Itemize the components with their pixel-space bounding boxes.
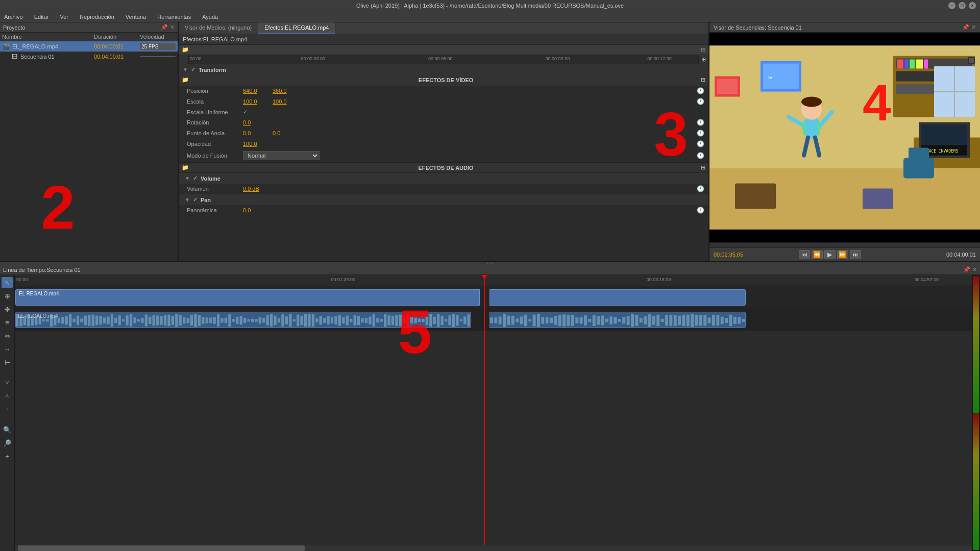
viewer-close-icon[interactable]: ✕ xyxy=(971,24,976,31)
menu-archivo[interactable]: Archivo xyxy=(2,13,25,21)
val-rotacion[interactable]: 0.0 xyxy=(243,119,268,126)
clock-panoramica[interactable]: 🕐 xyxy=(697,207,704,214)
effects-video-expand-icon[interactable]: ⊞ xyxy=(701,77,705,83)
label-punto-ancla: Punto de Ancla xyxy=(187,130,243,136)
viewer-screen[interactable]: SPACE INVADERS xyxy=(709,33,980,242)
row-position: Posición 640.0 360.0 🕐 xyxy=(179,86,708,96)
clock-punto-ancla[interactable]: 🕐 xyxy=(697,130,704,137)
audio-clip-2[interactable] xyxy=(489,312,746,328)
val-position-y[interactable]: 360.0 xyxy=(273,88,298,94)
svg-rect-171 xyxy=(537,314,540,327)
check-escala-uniforme[interactable]: ✓ xyxy=(243,109,248,115)
val-position-x[interactable]: 640.0 xyxy=(243,88,268,94)
svg-rect-69 xyxy=(126,315,129,325)
pan-group-header[interactable]: ▼ ✓ Pan xyxy=(179,194,708,205)
tool-razor[interactable]: ≡ xyxy=(2,317,13,328)
project-item-name-0: EL_REGALO.mp4 xyxy=(12,43,94,49)
viewer-scrollbar[interactable] xyxy=(709,242,980,247)
scrollbar-thumb[interactable] xyxy=(18,545,305,551)
menu-reproduccion[interactable]: Reproducción xyxy=(78,13,116,21)
val-volumen[interactable]: 0.0 dB xyxy=(243,186,268,192)
svg-rect-148 xyxy=(426,316,428,325)
step-back-button[interactable]: ⏪ xyxy=(812,250,823,259)
tool-select[interactable]: ↖ xyxy=(2,277,13,288)
svg-rect-205 xyxy=(682,315,685,326)
volume-group-header[interactable]: ▼ ✓ Volume xyxy=(179,173,708,184)
menu-ventana[interactable]: Ventana xyxy=(124,13,148,21)
svg-rect-141 xyxy=(399,315,402,327)
timeline-scrollbar[interactable] xyxy=(15,545,972,551)
video-clip-2[interactable] xyxy=(489,289,746,306)
project-close-icon[interactable]: ✕ xyxy=(170,24,175,31)
maximize-button[interactable]: □ xyxy=(959,2,966,9)
tool-gap[interactable]: ↔ xyxy=(2,343,13,355)
clock-opacidad[interactable]: 🕐 xyxy=(697,140,704,147)
tab-media-viewer[interactable]: Visor de Medios: (ninguno) xyxy=(179,22,258,34)
effects-audio-expand-icon[interactable]: ⊞ xyxy=(701,164,705,171)
tab-effects[interactable]: Efectos:EL REGALO.mp4 xyxy=(258,22,335,34)
play-button[interactable]: ▶ xyxy=(824,250,836,259)
audio-clip-1[interactable]: EL REGALO.mp4 xyxy=(15,312,471,328)
clock-volumen[interactable]: 🕐 xyxy=(697,185,704,192)
val-escala-x[interactable]: 100.0 xyxy=(243,98,268,105)
svg-rect-181 xyxy=(580,317,583,323)
tool-hand[interactable]: ⊕ xyxy=(2,290,13,302)
project-pin-icon[interactable]: 📌 xyxy=(161,24,168,31)
val-panoramica[interactable]: 0.0 xyxy=(243,207,268,213)
tool-move[interactable]: ✥ xyxy=(2,304,13,315)
timeline-ruler[interactable]: 00:00 00:01:39:00 00:03:18:00 00:04:57:0… xyxy=(15,275,972,286)
effects-ruler-expand[interactable]: ⊞ xyxy=(698,55,708,64)
skip-start-button[interactable]: ⏮ xyxy=(799,250,810,259)
svg-rect-207 xyxy=(691,314,694,327)
timeline-close-icon[interactable]: ✕ xyxy=(972,266,977,273)
svg-rect-79 xyxy=(164,315,166,325)
video-file-icon: 🎬 xyxy=(2,42,10,51)
clock-modo-fusion[interactable]: 🕐 xyxy=(697,152,704,159)
tool-zoom-out[interactable]: 🔎 xyxy=(2,437,13,448)
svg-rect-190 xyxy=(618,319,621,321)
timeline-pin-icon[interactable]: 📌 xyxy=(963,266,970,273)
clock-escala[interactable]: 🕐 xyxy=(697,98,704,105)
val-punto-ancla-y[interactable]: 0.0 xyxy=(273,130,298,136)
close-button[interactable]: × xyxy=(969,2,976,9)
svg-rect-201 xyxy=(665,315,668,325)
select-modo-fusion[interactable]: Normal Multiply Screen xyxy=(243,151,320,160)
val-escala-y[interactable]: 100.0 xyxy=(273,98,298,105)
val-punto-ancla-x[interactable]: 0.0 xyxy=(243,130,268,136)
effects-video-folder-icon: 📁 xyxy=(182,77,189,83)
svg-rect-88 xyxy=(198,315,201,326)
minimize-button[interactable]: − xyxy=(948,2,955,9)
tool-add[interactable]: + xyxy=(2,450,13,462)
step-forward-button[interactable]: ⏩ xyxy=(837,250,848,259)
svg-rect-142 xyxy=(403,317,405,324)
effects-expand-icon[interactable]: ⊞ xyxy=(701,46,705,53)
skip-end-button[interactable]: ⏭ xyxy=(850,250,861,259)
svg-rect-196 xyxy=(644,316,647,324)
viewer-controls: 00:02:35:05 ⏮ ⏪ ▶ ⏩ ⏭ 00:04:00:01 xyxy=(709,247,980,261)
video-effects-header[interactable]: ▼ ✓ Transform xyxy=(179,64,708,75)
menu-ver[interactable]: Ver xyxy=(58,13,70,21)
menu-herramientas[interactable]: Herramientas xyxy=(155,13,193,21)
project-item-sequence[interactable]: 🎞 Secuencia 01 00:04:00:01 xyxy=(0,52,178,62)
clock-rotacion[interactable]: 🕐 xyxy=(697,119,704,126)
timeline-main: 00:00 00:01:39:00 00:03:18:00 00:04:57:0… xyxy=(15,275,972,551)
val-opacidad[interactable]: 100.0 xyxy=(243,141,268,147)
svg-rect-96 xyxy=(228,314,231,327)
svg-rect-107 xyxy=(270,314,273,327)
svg-rect-52 xyxy=(61,317,64,324)
svg-rect-101 xyxy=(247,319,250,321)
clock-position[interactable]: 🕐 xyxy=(697,87,704,94)
playhead-triangle xyxy=(481,275,487,279)
svg-rect-86 xyxy=(190,315,193,325)
tool-slip[interactable]: ⇔ xyxy=(2,330,13,341)
svg-rect-65 xyxy=(111,314,113,327)
svg-rect-177 xyxy=(562,314,566,326)
menu-editar[interactable]: Editar xyxy=(32,13,51,21)
viewer-pin-icon[interactable]: 📌 xyxy=(962,24,969,31)
project-item-video[interactable]: 🎬 EL_REGALO.mp4 00:04:00:01 25 FPS xyxy=(0,41,178,52)
menu-ayuda[interactable]: Ayuda xyxy=(200,13,220,21)
tool-zoom-in[interactable]: 🔍 xyxy=(2,424,13,435)
tool-trim[interactable]: ⊢ xyxy=(2,357,13,368)
svg-rect-131 xyxy=(361,318,363,322)
video-clip-1[interactable]: EL REGALO.mp4 xyxy=(15,289,480,306)
